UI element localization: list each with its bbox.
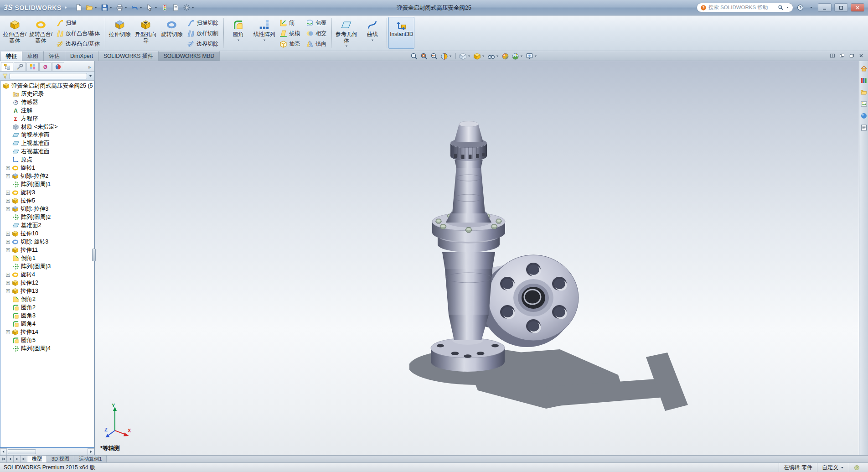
first-tab-button[interactable] bbox=[0, 456, 7, 462]
view-orientation-button[interactable] bbox=[458, 52, 472, 61]
lofted-boss-button[interactable]: 放样凸台/基体 bbox=[55, 28, 103, 39]
appearances-scenes-tab[interactable] bbox=[860, 112, 868, 119]
tree-item[interactable]: +切除-旋转3 bbox=[0, 238, 94, 246]
tree-item[interactable]: Σ方程序 bbox=[0, 114, 94, 123]
expand-toggle[interactable]: + bbox=[6, 166, 10, 170]
swept-cut-button[interactable]: 扫描切除 bbox=[186, 18, 221, 28]
tab-dimxpert[interactable]: DimXpert bbox=[65, 51, 98, 61]
shell-button[interactable]: 抽壳 bbox=[278, 39, 303, 49]
filter-input[interactable] bbox=[10, 73, 87, 79]
tab-solidworks-mbd[interactable]: SOLIDWORKS MBD bbox=[159, 51, 220, 61]
tree-item[interactable]: +拉伸13 bbox=[0, 287, 94, 295]
tree-item[interactable]: +旋转4 bbox=[0, 270, 94, 279]
tree-item[interactable]: 圆角3 bbox=[0, 311, 94, 320]
display-style-button[interactable] bbox=[472, 52, 486, 61]
help-button[interactable]: ? bbox=[796, 3, 804, 12]
instant3d-button[interactable]: Instant3D bbox=[388, 17, 414, 49]
scroll-left-button[interactable] bbox=[0, 448, 7, 455]
quick-tips-button[interactable]: ? bbox=[849, 463, 864, 472]
bottom-tab-motion-study[interactable]: 运动算例1 bbox=[74, 456, 107, 462]
help-menu-caret[interactable] bbox=[807, 3, 815, 12]
tree-item[interactable]: +切除-拉伸3 bbox=[0, 205, 94, 213]
menu-expand-icon[interactable] bbox=[64, 5, 68, 10]
tab-sketch[interactable]: 草图 bbox=[22, 51, 44, 61]
panel-splitter-grip[interactable] bbox=[92, 249, 96, 261]
panel-tabs-overflow[interactable]: » bbox=[88, 64, 93, 71]
rib-button[interactable]: 筋 bbox=[278, 18, 303, 28]
tab-evaluate[interactable]: 评估 bbox=[44, 51, 65, 61]
tree-item[interactable]: 材质 <未指定> bbox=[0, 123, 94, 131]
tree-item[interactable]: +拉伸14 bbox=[0, 328, 94, 336]
tree-item[interactable]: 上视基准面 bbox=[0, 139, 94, 147]
tree-item[interactable]: A注解 bbox=[0, 106, 94, 114]
tree-item[interactable]: +拉伸12 bbox=[0, 279, 94, 287]
tree-item[interactable]: 阵列(圆周)1 bbox=[0, 180, 94, 188]
expand-toggle[interactable]: + bbox=[6, 191, 10, 195]
tree-item[interactable]: +拉伸10 bbox=[0, 229, 94, 238]
linear-pattern-button[interactable]: 线性阵列 bbox=[251, 17, 277, 49]
search-box[interactable]: ? 搜索 SOLIDWORKS 帮助 bbox=[697, 3, 793, 12]
swept-boss-button[interactable]: 扫描 bbox=[55, 18, 103, 28]
tree-item[interactable]: 阵列(圆周)3 bbox=[0, 262, 94, 270]
file-explorer-tab[interactable] bbox=[860, 88, 868, 96]
tree-item[interactable]: 圆角4 bbox=[0, 320, 94, 328]
displaymanager-tab[interactable] bbox=[52, 62, 64, 71]
revolved-boss-button[interactable]: 旋转凸台/基体 bbox=[28, 17, 54, 49]
window-restore-button[interactable] bbox=[847, 52, 856, 59]
tree-item[interactable]: 倒角1 bbox=[0, 254, 94, 262]
custom-status-selector[interactable]: 自定义 bbox=[817, 463, 849, 472]
boundary-boss-button[interactable]: 边界凸台/基体 bbox=[55, 39, 103, 49]
expand-toggle[interactable]: + bbox=[6, 174, 10, 178]
file-properties-button[interactable] bbox=[170, 2, 181, 13]
curves-button[interactable]: 曲线 bbox=[359, 17, 385, 49]
rebuild-button[interactable] bbox=[160, 2, 170, 13]
propertymanager-tab[interactable] bbox=[14, 62, 26, 71]
tab-solidworks-addins[interactable]: SOLIDWORKS 插件 bbox=[98, 51, 159, 61]
intersect-button[interactable]: 相交 bbox=[305, 28, 329, 39]
zoom-to-fit-button[interactable] bbox=[409, 52, 419, 61]
expand-toggle[interactable]: + bbox=[6, 240, 10, 244]
new-document-button[interactable] bbox=[73, 2, 84, 13]
graphics-viewport[interactable]: Y X Z *等轴测 bbox=[95, 61, 859, 455]
tree-item[interactable]: +拉伸11 bbox=[0, 246, 94, 254]
window-cascade-button[interactable] bbox=[838, 52, 846, 59]
last-tab-button[interactable] bbox=[21, 456, 27, 462]
configurationmanager-tab[interactable] bbox=[26, 62, 39, 71]
wrap-button[interactable]: 包覆 bbox=[305, 18, 329, 28]
tree-item[interactable]: 历史记录 bbox=[0, 90, 94, 98]
tree-item[interactable]: 传感器 bbox=[0, 98, 94, 106]
close-button[interactable] bbox=[851, 3, 864, 12]
expand-toggle[interactable]: + bbox=[6, 289, 10, 293]
safety-valve-3d-model[interactable] bbox=[409, 109, 701, 428]
boundary-cut-button[interactable]: 边界切除 bbox=[186, 39, 221, 49]
tree-item[interactable]: +拉伸5 bbox=[0, 197, 94, 205]
draft-button[interactable]: 拔模 bbox=[278, 28, 303, 39]
tree-item[interactable]: 倒角2 bbox=[0, 295, 94, 303]
expand-toggle[interactable]: + bbox=[6, 330, 10, 334]
apply-scene-button[interactable] bbox=[511, 52, 524, 61]
next-tab-button[interactable] bbox=[14, 456, 21, 462]
mirror-button[interactable]: 镜向 bbox=[305, 39, 329, 49]
tree-item[interactable]: 阵列(圆周)4 bbox=[0, 344, 94, 353]
zoom-to-area-button[interactable] bbox=[419, 52, 429, 61]
options-button[interactable] bbox=[181, 2, 196, 13]
bottom-tab-model[interactable]: 模型 bbox=[27, 456, 47, 462]
dimxpertmanager-tab[interactable]: Ø bbox=[39, 62, 52, 71]
tree-root-item[interactable]: 弹簧全启封闭式高压安全阀25 (5 bbox=[0, 82, 94, 90]
revolved-cut-button[interactable]: 旋转切除 bbox=[159, 17, 185, 49]
tree-item[interactable]: +旋转3 bbox=[0, 188, 94, 197]
solidworks-resources-tab[interactable] bbox=[860, 65, 868, 72]
tree-item[interactable]: 原点 bbox=[0, 156, 94, 164]
expand-toggle[interactable]: + bbox=[6, 232, 10, 236]
tree-item[interactable]: 圆角2 bbox=[0, 303, 94, 311]
minimize-button[interactable] bbox=[818, 3, 832, 12]
tree-item[interactable]: 圆角5 bbox=[0, 336, 94, 344]
reference-geometry-button[interactable]: 参考几何体 bbox=[333, 17, 359, 49]
custom-properties-tab[interactable] bbox=[860, 124, 868, 131]
tree-item[interactable]: +旋转1 bbox=[0, 164, 94, 172]
tree-item[interactable]: 前视基准面 bbox=[0, 131, 94, 139]
window-close-button[interactable] bbox=[857, 52, 865, 59]
filter-caret-icon[interactable] bbox=[88, 74, 93, 78]
lofted-cut-button[interactable]: 放样切割 bbox=[186, 28, 221, 39]
select-button[interactable] bbox=[145, 2, 159, 13]
